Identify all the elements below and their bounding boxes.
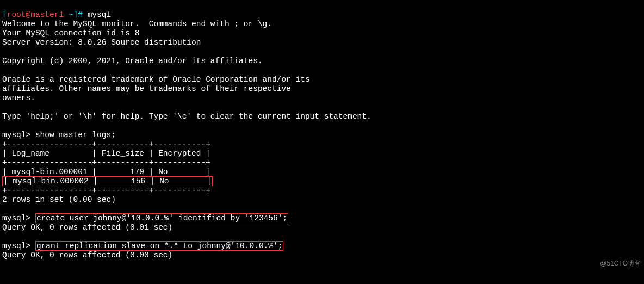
table-row: | mysql-bin.000001 | 179 | No | [2,168,210,176]
welcome-line: Your MySQL connection id is 8 [2,29,139,38]
table-row-highlighted: | mysql-bin.000002 | 156 | No | [2,176,213,186]
terminal-output: [root@master1 ~]# mysql Welcome to the M… [0,0,644,270]
query-result: Query OK, 0 rows affected (0.00 sec) [2,251,172,260]
welcome-line: Oracle is a registered trademark of Orac… [2,75,310,84]
welcome-line: Server version: 8.0.26 Source distributi… [2,38,201,47]
welcome-line: Type 'help;' or '\h' for help. Type '\c'… [2,112,371,121]
watermark: @51CTO博客 [600,259,641,268]
mysql-prompt[interactable]: mysql> [2,242,35,250]
mysql-prompt[interactable]: mysql> [2,214,35,223]
welcome-line: Copyright (c) 2000, 2021, Oracle and/or … [2,57,263,65]
query-result: Query OK, 0 rows affected (0.01 sec) [2,223,172,232]
sql-command-highlighted: grant replication slave on *.* to johnny… [35,241,283,251]
shell-command: mysql [88,10,112,19]
shell-prompt: [root@master1 ~]# [2,10,88,19]
welcome-line: Welcome to the MySQL monitor. Commands e… [2,20,272,28]
sql-command-highlighted: create user johnny@'10.0.0.%' identified… [35,213,288,223]
table-border: +------------------+-----------+--------… [2,186,210,195]
sql-command: show master logs; [35,131,116,139]
mysql-prompt[interactable]: mysql> [2,131,35,139]
table-border: +------------------+-----------+--------… [2,140,210,149]
table-border: +------------------+-----------+--------… [2,158,210,167]
welcome-line: owners. [2,94,35,102]
result-summary: 2 rows in set (0.00 sec) [2,195,116,204]
welcome-line: affiliates. Other names may be trademark… [2,84,291,93]
table-header: | Log_name | File_size | Encrypted | [2,149,210,158]
